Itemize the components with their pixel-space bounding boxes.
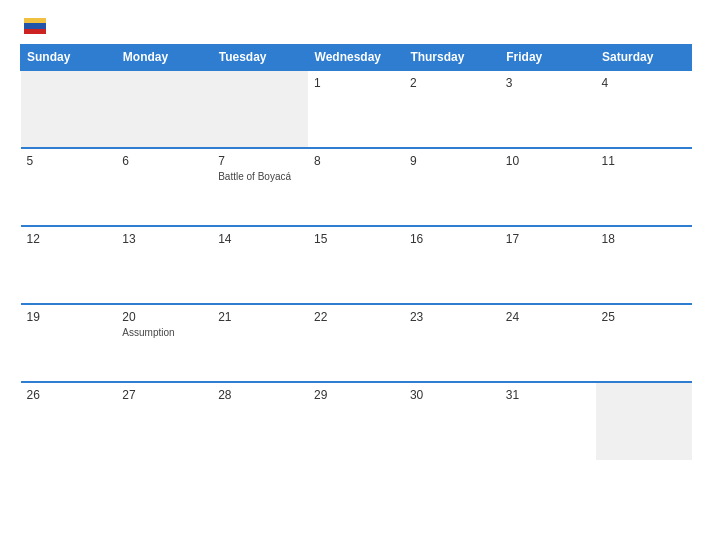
calendar-cell: 30 (404, 382, 500, 460)
calendar-cell: 8 (308, 148, 404, 226)
header-monday: Monday (116, 45, 212, 71)
calendar-cell: 26 (21, 382, 117, 460)
day-number: 12 (27, 232, 111, 246)
calendar-cell: 21 (212, 304, 308, 382)
day-number: 15 (314, 232, 398, 246)
day-number: 27 (122, 388, 206, 402)
calendar-cell: 1 (308, 70, 404, 148)
day-number: 16 (410, 232, 494, 246)
day-number: 11 (602, 154, 686, 168)
calendar-cell: 28 (212, 382, 308, 460)
calendar-cell: 17 (500, 226, 596, 304)
day-number: 20 (122, 310, 206, 324)
calendar-page: Sunday Monday Tuesday Wednesday Thursday… (0, 0, 712, 550)
calendar-cell: 12 (21, 226, 117, 304)
calendar-cell: 3 (500, 70, 596, 148)
header-sunday: Sunday (21, 45, 117, 71)
day-number: 2 (410, 76, 494, 90)
calendar-cell (596, 382, 692, 460)
day-number: 3 (506, 76, 590, 90)
calendar-cell: 22 (308, 304, 404, 382)
calendar-week-row: 1920Assumption2122232425 (21, 304, 692, 382)
day-number: 23 (410, 310, 494, 324)
calendar-cell: 13 (116, 226, 212, 304)
day-number: 21 (218, 310, 302, 324)
day-number: 9 (410, 154, 494, 168)
day-number: 29 (314, 388, 398, 402)
calendar-cell: 24 (500, 304, 596, 382)
weekday-header-row: Sunday Monday Tuesday Wednesday Thursday… (21, 45, 692, 71)
day-number: 4 (602, 76, 686, 90)
calendar-cell: 29 (308, 382, 404, 460)
calendar-week-row: 262728293031 (21, 382, 692, 460)
header-tuesday: Tuesday (212, 45, 308, 71)
day-number: 8 (314, 154, 398, 168)
day-number: 28 (218, 388, 302, 402)
header-wednesday: Wednesday (308, 45, 404, 71)
calendar-cell: 25 (596, 304, 692, 382)
header (20, 18, 692, 34)
calendar-cell: 20Assumption (116, 304, 212, 382)
day-number: 24 (506, 310, 590, 324)
calendar-cell: 6 (116, 148, 212, 226)
day-number: 25 (602, 310, 686, 324)
day-number: 5 (27, 154, 111, 168)
logo (20, 18, 46, 34)
calendar-cell (21, 70, 117, 148)
calendar-cell: 18 (596, 226, 692, 304)
day-number: 22 (314, 310, 398, 324)
calendar-table: Sunday Monday Tuesday Wednesday Thursday… (20, 44, 692, 460)
day-number: 14 (218, 232, 302, 246)
calendar-week-row: 12131415161718 (21, 226, 692, 304)
calendar-cell (212, 70, 308, 148)
day-number: 18 (602, 232, 686, 246)
event-label: Assumption (122, 327, 206, 338)
calendar-cell: 5 (21, 148, 117, 226)
calendar-cell: 19 (21, 304, 117, 382)
day-number: 30 (410, 388, 494, 402)
day-number: 26 (27, 388, 111, 402)
calendar-cell: 2 (404, 70, 500, 148)
header-saturday: Saturday (596, 45, 692, 71)
day-number: 10 (506, 154, 590, 168)
calendar-cell: 27 (116, 382, 212, 460)
calendar-week-row: 567Battle of Boyacá891011 (21, 148, 692, 226)
day-number: 6 (122, 154, 206, 168)
calendar-cell: 23 (404, 304, 500, 382)
calendar-week-row: 1234 (21, 70, 692, 148)
day-number: 19 (27, 310, 111, 324)
calendar-cell: 7Battle of Boyacá (212, 148, 308, 226)
event-label: Battle of Boyacá (218, 171, 302, 182)
day-number: 1 (314, 76, 398, 90)
calendar-cell: 15 (308, 226, 404, 304)
calendar-cell (116, 70, 212, 148)
header-friday: Friday (500, 45, 596, 71)
calendar-cell: 31 (500, 382, 596, 460)
calendar-cell: 16 (404, 226, 500, 304)
day-number: 13 (122, 232, 206, 246)
calendar-cell: 11 (596, 148, 692, 226)
logo-flag-icon (24, 18, 46, 34)
calendar-cell: 10 (500, 148, 596, 226)
calendar-cell: 9 (404, 148, 500, 226)
day-number: 31 (506, 388, 590, 402)
day-number: 17 (506, 232, 590, 246)
calendar-cell: 14 (212, 226, 308, 304)
day-number: 7 (218, 154, 302, 168)
header-thursday: Thursday (404, 45, 500, 71)
calendar-cell: 4 (596, 70, 692, 148)
